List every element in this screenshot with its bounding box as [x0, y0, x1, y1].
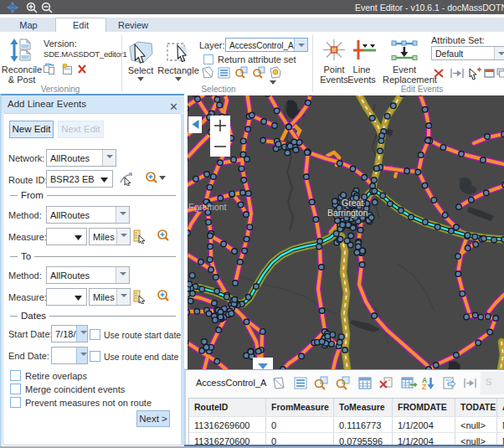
svg-text:Great: Great [342, 198, 363, 208]
svg-text:Egremont: Egremont [188, 202, 227, 212]
svg-text:Barrington: Barrington [327, 208, 368, 218]
svg-text:Z: Z [422, 383, 426, 391]
